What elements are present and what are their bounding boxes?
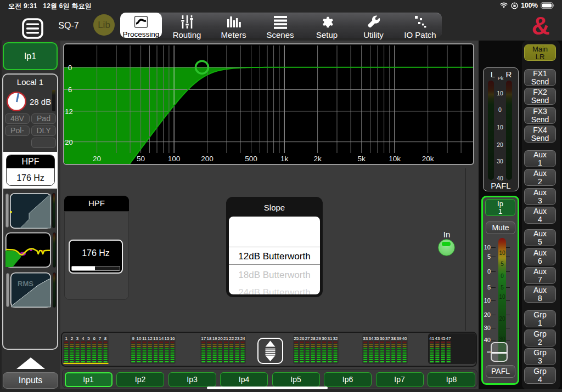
svg-text:18: 18 — [206, 336, 211, 341]
svg-text:11: 11 — [142, 336, 147, 341]
svg-text:200: 200 — [201, 155, 213, 163]
svg-text:13: 13 — [153, 336, 158, 341]
svg-text:2k: 2k — [313, 155, 322, 163]
svg-text:7: 7 — [98, 336, 101, 341]
svg-text:31: 31 — [327, 336, 332, 341]
svg-text:36: 36 — [380, 336, 385, 341]
svg-text:29: 29 — [316, 336, 321, 341]
svg-text:24: 24 — [240, 336, 245, 341]
svg-text:45: 45 — [441, 336, 446, 341]
svg-text:30: 30 — [322, 336, 327, 341]
svg-text:8: 8 — [104, 336, 106, 341]
svg-text:15: 15 — [164, 336, 169, 341]
svg-text:1k: 1k — [280, 155, 289, 163]
svg-text:41: 41 — [429, 336, 434, 341]
svg-text:39: 39 — [396, 336, 401, 341]
svg-text:40: 40 — [402, 336, 407, 341]
svg-text:34: 34 — [368, 336, 373, 341]
svg-text:20: 20 — [93, 155, 101, 163]
svg-text:3: 3 — [76, 336, 78, 341]
svg-text:9: 9 — [132, 336, 134, 341]
svg-text:19: 19 — [212, 336, 217, 341]
svg-text:12: 12 — [148, 336, 153, 341]
svg-text:500: 500 — [245, 155, 257, 163]
svg-text:4: 4 — [82, 336, 85, 341]
svg-text:16: 16 — [170, 336, 175, 341]
svg-text:100: 100 — [168, 155, 181, 163]
svg-text:20: 20 — [218, 336, 223, 341]
svg-text:20k: 20k — [422, 155, 434, 163]
svg-text:5: 5 — [87, 336, 90, 341]
svg-text:35: 35 — [374, 336, 379, 341]
svg-text:23: 23 — [234, 336, 239, 341]
svg-text:32: 32 — [333, 336, 338, 341]
svg-text:27: 27 — [305, 336, 310, 341]
svg-text:26: 26 — [299, 336, 304, 341]
svg-text:17: 17 — [201, 336, 206, 341]
svg-text:RMS: RMS — [18, 280, 33, 288]
svg-text:43: 43 — [435, 336, 440, 341]
svg-text:22: 22 — [229, 336, 234, 341]
svg-text:14: 14 — [159, 336, 164, 341]
svg-text:6: 6 — [93, 336, 95, 341]
svg-text:38: 38 — [391, 336, 396, 341]
svg-text:21: 21 — [223, 336, 228, 341]
svg-text:37: 37 — [385, 336, 390, 341]
svg-text:20: 20 — [65, 138, 72, 146]
svg-text:5k: 5k — [357, 155, 366, 163]
svg-text:50: 50 — [137, 155, 145, 163]
svg-text:10: 10 — [136, 336, 141, 341]
svg-text:28: 28 — [311, 336, 316, 341]
svg-text:10k: 10k — [389, 155, 401, 163]
svg-text:25: 25 — [294, 336, 299, 341]
svg-text:33: 33 — [363, 336, 368, 341]
svg-text:0: 0 — [68, 64, 72, 72]
svg-text:2: 2 — [70, 336, 73, 341]
svg-text:1: 1 — [65, 336, 68, 341]
svg-text:12: 12 — [65, 107, 72, 116]
svg-text:6: 6 — [68, 86, 72, 94]
svg-text:47: 47 — [446, 336, 451, 341]
